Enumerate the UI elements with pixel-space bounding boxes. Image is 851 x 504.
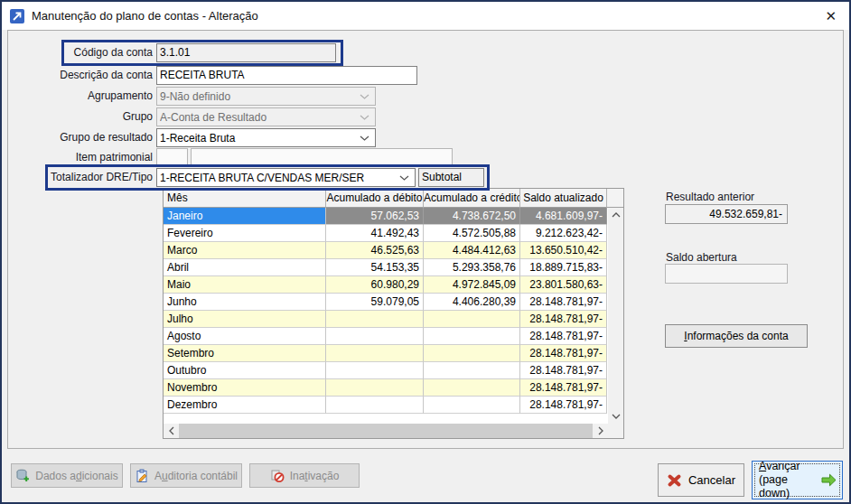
auditoria-contabil-button: Auditoria contábil — [130, 463, 242, 488]
cell-credito — [424, 345, 520, 362]
cell-mes: Outubro — [164, 362, 326, 379]
cell-debito: 59.079,05 — [326, 294, 424, 311]
dialog-manutencao-plano-contas: Manutenção do plano de contas - Alteraçã… — [0, 0, 851, 504]
cell-mes: Marco — [164, 242, 326, 259]
resultado-anterior-label: Resultado anterior — [666, 191, 754, 203]
totalizador-tipo-field: Subtotal — [418, 168, 484, 187]
cell-mes: Dezembro — [164, 397, 326, 414]
cell-credito: 4.972.845,09 — [424, 276, 520, 294]
close-icon[interactable]: ✕ — [820, 8, 841, 24]
cell-saldo: 18.889.715,83- — [520, 259, 607, 276]
table-row[interactable]: Marco 46.525,63 4.484.412,63 13.650.510,… — [164, 242, 608, 259]
cell-mes: Janeiro — [164, 208, 326, 225]
item-patrimonial-code-input[interactable] — [156, 148, 188, 167]
cell-debito: 57.062,53 — [326, 208, 424, 225]
clipboard-pencil-icon — [135, 469, 149, 483]
dados-adicionais-button: Dados adicionais — [11, 463, 123, 488]
grupo-resultado-label: Grupo de resultado — [15, 131, 153, 144]
months-table: Mês Acumulado a débito Acumulado a crédi… — [163, 188, 624, 439]
cell-mes: Agosto — [164, 328, 326, 345]
table-row[interactable]: Outubro 28.148.781,97- — [164, 362, 608, 379]
horizontal-scrollbar[interactable] — [164, 424, 608, 438]
cell-credito — [424, 311, 520, 328]
cell-saldo: 28.148.781,97- — [520, 345, 607, 362]
cell-debito — [326, 397, 424, 414]
totalizador-label: Totalizador DRE/Tipo — [15, 171, 153, 183]
chevron-down-icon — [360, 94, 369, 99]
chevron-down-icon — [360, 135, 369, 141]
item-patrimonial-desc-input[interactable] — [191, 148, 453, 167]
codigo-input[interactable]: 3.1.01 — [156, 43, 336, 62]
column-header-gap — [607, 189, 623, 208]
table-row[interactable]: Setembro 28.148.781,97- — [164, 345, 608, 362]
avancar-button[interactable]: Avançar (page down) — [752, 461, 843, 499]
cell-credito — [424, 362, 520, 379]
grupo-select: A-Conta de Resultado — [156, 107, 376, 126]
cell-debito — [326, 379, 424, 397]
cell-credito: 4.406.280,39 — [424, 294, 520, 311]
cell-saldo: 23.801.580,63- — [520, 276, 607, 294]
table-row[interactable]: Abril 54.153,35 5.293.358,76 18.889.715,… — [164, 259, 608, 276]
table-row[interactable]: Julho 28.148.781,97- — [164, 311, 608, 328]
chevron-down-icon — [399, 175, 409, 181]
scroll-up-icon[interactable] — [608, 208, 623, 222]
database-add-icon — [15, 469, 30, 482]
table-row[interactable]: Fevereiro 41.492,43 4.572.505,88 9.212.6… — [164, 225, 608, 242]
saldo-abertura-label: Saldo abertura — [666, 251, 737, 264]
saldo-abertura-field[interactable] — [665, 264, 788, 284]
cell-saldo: 28.148.781,97- — [520, 397, 607, 414]
cancelar-button[interactable]: Cancelar — [658, 463, 744, 497]
vertical-scrollbar[interactable] — [608, 208, 623, 424]
scroll-down-icon[interactable] — [608, 409, 623, 424]
cell-mes: Novembro — [164, 379, 326, 397]
cell-saldo: 28.148.781,97- — [520, 379, 607, 397]
cell-saldo: 28.148.781,97- — [520, 328, 607, 345]
cell-credito: 5.293.358,76 — [424, 259, 520, 276]
red-x-icon — [667, 473, 682, 488]
table-row[interactable]: Agosto 28.148.781,97- — [164, 328, 608, 345]
table-row[interactable]: Novembro 28.148.781,97- — [164, 379, 608, 397]
cell-debito — [326, 328, 424, 345]
cell-debito: 46.525,63 — [326, 242, 424, 259]
column-header-debito: Acumulado a débito — [326, 189, 424, 208]
grupo-resultado-select[interactable]: 1-Receita Bruta — [156, 128, 376, 147]
cell-credito — [424, 397, 520, 414]
codigo-label: Código da conta — [15, 46, 153, 59]
cell-debito — [326, 345, 424, 362]
scrollbar-thumb[interactable] — [179, 424, 593, 438]
inativacao-button: Inativação — [249, 463, 360, 488]
descricao-input[interactable]: RECEITA BRUTA — [156, 66, 417, 85]
totalizador-select[interactable]: 1-RECEITA BRUTA C/VENDAS MER/SER — [156, 168, 416, 187]
cell-credito — [424, 379, 520, 397]
chevron-down-icon — [360, 115, 369, 120]
cell-debito — [326, 362, 424, 379]
cell-credito: 4.738.672,50 — [424, 208, 520, 225]
cell-debito: 41.492,43 — [326, 225, 424, 242]
cell-debito: 54.153,35 — [326, 259, 424, 276]
cell-mes: Fevereiro — [164, 225, 326, 242]
informacoes-da-conta-button[interactable]: Informações da conta — [665, 324, 808, 348]
table-row[interactable]: Dezembro 28.148.781,97- — [164, 397, 608, 414]
column-header-credito: Acumulado a crédito — [424, 189, 520, 208]
cell-saldo: 28.148.781,97- — [520, 362, 607, 379]
window-title: Manutenção do plano de contas - Alteraçã… — [32, 9, 258, 23]
cell-mes: Julho — [164, 311, 326, 328]
cell-debito: 60.980,29 — [326, 276, 424, 294]
titlebar: Manutenção do plano de contas - Alteraçã… — [2, 2, 849, 30]
table-row[interactable]: Maio 60.980,29 4.972.845,09 23.801.580,6… — [164, 276, 608, 294]
table-row[interactable]: Junho 59.079,05 4.406.280,39 28.148.781,… — [164, 294, 608, 311]
cell-credito: 4.484.412,63 — [424, 242, 520, 259]
cell-saldo: 9.212.623,42- — [520, 225, 607, 242]
column-header-mes: Mês — [164, 189, 326, 208]
cell-saldo: 28.148.781,97- — [520, 311, 607, 328]
resultado-anterior-field: 49.532.659,81- — [665, 204, 788, 224]
scrollbar-corner — [608, 424, 623, 438]
scroll-left-icon[interactable] — [164, 424, 179, 438]
table-row[interactable]: Janeiro 57.062,53 4.738.672,50 4.681.609… — [164, 208, 608, 225]
cell-saldo: 13.650.510,42- — [520, 242, 607, 259]
cell-mes: Setembro — [164, 345, 326, 362]
cell-credito: 4.572.505,88 — [424, 225, 520, 242]
scroll-right-icon[interactable] — [593, 424, 608, 438]
table-body: Janeiro 57.062,53 4.738.672,50 4.681.609… — [164, 208, 608, 424]
cell-mes: Junho — [164, 294, 326, 311]
